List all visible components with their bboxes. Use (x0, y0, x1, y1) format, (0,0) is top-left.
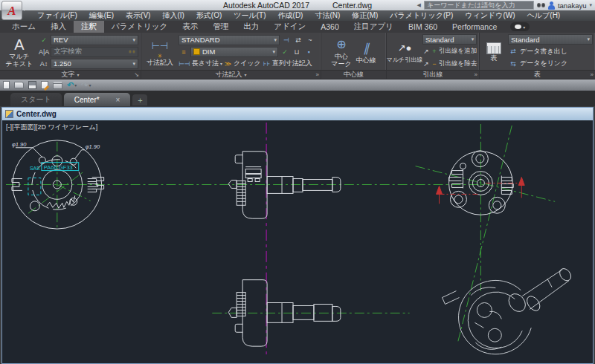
quick-dimension-button[interactable]: ≫ クイック (224, 59, 261, 69)
centerline-label: 中心線 (356, 56, 376, 64)
text-height-icon[interactable]: A↕ (39, 59, 49, 69)
linear-dimension-caret-icon: ▾ (220, 61, 222, 66)
user-avatar-icon[interactable] (548, 1, 555, 10)
continue-dimension-icon: ⊦⊦ (263, 59, 271, 69)
text-style-combo[interactable]: REV ▾ (51, 35, 138, 45)
text-style-icon[interactable]: ✓ (39, 35, 49, 45)
tab-manage[interactable]: 管理 (205, 21, 236, 33)
menu-help[interactable]: ヘルプ(H) (521, 10, 567, 21)
dimension-button[interactable]: ⊢⊣ ✳ 寸法記入 (144, 34, 176, 69)
panel-text-footer[interactable]: 文字 ▾ ↘ (0, 70, 141, 79)
find-text-icon[interactable]: A|A (39, 47, 49, 57)
centerline-button[interactable]: ∥ 中心線 (356, 34, 376, 69)
linear-dimension-button[interactable]: ⊢⊣ 長さ寸法 ▾ (178, 59, 222, 69)
user-menu-caret-icon[interactable]: ▾ (589, 2, 592, 8)
menu-modify[interactable]: 修正(M) (346, 10, 384, 21)
application-menu-button[interactable]: A (1, 1, 22, 20)
help-search-input[interactable] (424, 1, 534, 10)
new-drawing-tab-button[interactable]: + (132, 94, 147, 105)
menu-view[interactable]: 表示(V) (120, 10, 156, 21)
find-binoculars-icon[interactable] (129, 50, 135, 53)
dim-tolerance-icon[interactable]: ⊣ (281, 35, 292, 45)
tab-bim360[interactable]: BIM 360 (401, 21, 445, 33)
menu-file[interactable]: ファイル(F) (31, 10, 83, 21)
signed-in-user[interactable]: tanakayu (558, 1, 587, 10)
center-mark-button[interactable]: ⊕ 中心 マーク (331, 34, 351, 69)
dim-check-icon[interactable]: ✓ (280, 47, 290, 57)
file-tab-center[interactable]: Center* × (64, 93, 131, 106)
new-file-icon[interactable] (3, 81, 10, 89)
panel-centerline-footer[interactable]: 中心線 (321, 70, 386, 79)
table-button[interactable]: 表 (482, 34, 506, 69)
dim-space-icon[interactable]: ▪ (303, 47, 314, 57)
panel-text-launcher-icon[interactable]: ↘ (134, 71, 139, 78)
menu-tools[interactable]: ツール(T) (228, 10, 271, 21)
drawing-window-titlebar[interactable]: Center.dwg (2, 108, 593, 120)
menu-window[interactable]: ウィンドウ(W) (459, 10, 521, 21)
dim-break-icon[interactable]: ⊔ (292, 47, 302, 57)
data-extract-icon[interactable]: ⇄ (508, 46, 518, 56)
menu-dimension[interactable]: 寸法(N) (309, 10, 346, 21)
panel-dimension-caret-icon: ▾ (244, 72, 246, 77)
tab-addins[interactable]: アドイン (266, 21, 313, 33)
plot-icon[interactable] (53, 83, 62, 89)
dim-update-icon[interactable]: ⇄ (293, 35, 303, 45)
leader-add-icon[interactable]: ↗ (422, 46, 430, 56)
redo-icon[interactable]: ↷ (81, 81, 88, 89)
table-style-combo[interactable]: Standard ▾ (508, 34, 593, 45)
file-tab-close-icon[interactable]: × (116, 96, 120, 104)
dim-style-combo[interactable]: STANDARD ▾ (178, 35, 280, 45)
panel-table-slideout-icon[interactable]: » (591, 71, 594, 78)
menu-draw[interactable]: 作成(D) (272, 10, 309, 21)
undo-icon[interactable]: ↶ (67, 81, 74, 89)
tab-annotate[interactable]: 注釈 (74, 21, 104, 33)
tab-featured-apps[interactable]: 注目アプリ (347, 21, 401, 33)
application-menu-caret-icon[interactable]: ▾ (23, 7, 26, 13)
panel-leader-footer[interactable]: 引出線 » (387, 70, 479, 79)
menu-edit[interactable]: 編集(E) (83, 10, 120, 21)
multileader-button[interactable]: ↗● マルチ引出線 (389, 34, 420, 69)
record-button[interactable]: ▾ (510, 22, 530, 31)
mtext-button[interactable]: A マルチ テキスト (2, 34, 36, 69)
panel-dimension-slideout-icon[interactable]: » (316, 71, 319, 78)
find-text-input[interactable]: 文字検索 (51, 47, 138, 57)
panel-leader-title: 引出線 (423, 70, 443, 79)
tab-output[interactable]: 出力 (236, 21, 266, 33)
search-binoculars-icon[interactable] (537, 3, 545, 7)
dim-style-value: STANDARD (181, 36, 220, 44)
panel-table-footer[interactable]: 表 » (480, 70, 595, 79)
text-height-combo[interactable]: 1.250 ▾ (51, 59, 138, 69)
open-file-icon[interactable] (14, 82, 24, 88)
file-tab-start[interactable]: スタート (10, 93, 62, 106)
add-leader-button[interactable]: 引出線を追加 (439, 47, 477, 56)
leader-remove-icon[interactable]: ↗ (422, 59, 430, 69)
dim-oblique-icon[interactable]: ~ (305, 35, 315, 45)
menu-parametric[interactable]: パラメトリック(P) (384, 10, 459, 21)
redo-caret-icon[interactable]: ▾ (89, 82, 91, 88)
search-collapse-icon[interactable]: ◀ (417, 2, 421, 8)
dim-layer-combo[interactable]: DIM ▾ (190, 47, 278, 57)
panel-dimension-footer[interactable]: 寸法記入 ▾ » (141, 70, 321, 79)
tab-insert[interactable]: 挿入 (43, 21, 74, 33)
remove-leader-button[interactable]: 引出線を除去 (439, 59, 477, 68)
add-leader-label: 引出線を追加 (439, 47, 477, 56)
data-link-icon[interactable]: ⇆ (508, 59, 518, 69)
tab-performance[interactable]: Performance (445, 21, 504, 33)
menu-format[interactable]: 形式(O) (190, 10, 228, 21)
link-data-button[interactable]: データをリンク (520, 59, 567, 68)
tab-a360[interactable]: A360 (313, 21, 347, 33)
panel-leader-slideout-icon[interactable]: » (475, 71, 477, 78)
continue-dimension-button[interactable]: ⊦⊦ 直列寸法記入 (263, 59, 312, 69)
export-data-button[interactable]: データ書き出し (520, 47, 567, 56)
save-icon[interactable] (28, 81, 36, 89)
viewport-controls[interactable]: [-][平面図][2D ワイヤフレーム] (6, 123, 97, 132)
menu-insert[interactable]: 挿入(I) (156, 10, 190, 21)
tab-view[interactable]: 表示 (175, 21, 205, 33)
leader-style-combo[interactable]: Standard ▾ (422, 34, 477, 45)
tab-parametric[interactable]: パラメトリック (104, 21, 175, 33)
tab-home[interactable]: ホーム (4, 21, 43, 33)
save-as-icon[interactable] (41, 81, 48, 89)
drawing-canvas[interactable]: [-][平面図][2D ワイヤフレーム] (2, 120, 593, 363)
undo-caret-icon[interactable]: ▾ (74, 82, 77, 88)
layers-icon[interactable]: ≡ (178, 47, 189, 57)
